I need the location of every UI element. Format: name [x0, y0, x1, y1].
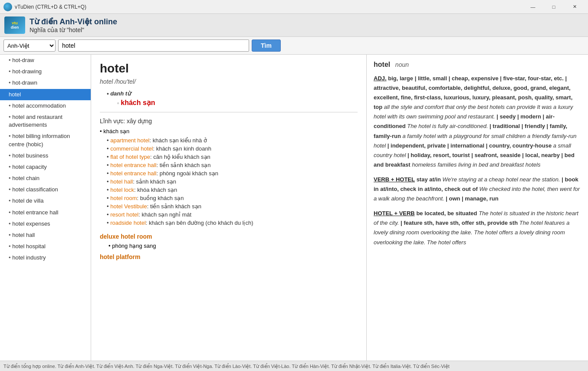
list-item: hotel room: buồng khách sạn	[100, 194, 358, 202]
list-item: hotel Vestibule: tiền sảnh khách sạn	[100, 202, 358, 210]
sidebar-item-hotel[interactable]: hotel	[0, 89, 91, 100]
app-title-sub: Nghĩa của từ "hotel"	[30, 26, 117, 33]
sidebar-item-hotdrawing[interactable]: • hot-drawing	[0, 66, 91, 77]
list-item: roadside hotel: khách sạn bên đường (cho…	[100, 219, 358, 227]
main-content: • hot-draw • hot-drawing • hot-drawn hot…	[0, 55, 588, 361]
sidebar-item-hotel-business[interactable]: • hotel business	[0, 150, 91, 161]
status-text: Từ điển tổng hợp online. Từ điển Anh-Việ…	[3, 364, 450, 369]
hotel-verb-section: HOTEL + VERB be located, be situated The…	[374, 209, 581, 247]
sidebar: • hot-draw • hot-drawing • hot-drawn hot…	[0, 55, 91, 361]
close-button[interactable]: ✕	[565, 0, 585, 14]
sidebar-item-hotel-entrance-hall[interactable]: • hotel entrance hall	[0, 207, 91, 218]
app-logo: vtu dien	[4, 16, 25, 34]
verb-section: VERB + HOTEL stay at/in We're staying at…	[374, 175, 581, 204]
word-phonetic: hotel /hou'tel/	[100, 78, 358, 85]
subsection-title: deluxe hotel room	[100, 233, 358, 240]
word-translation: khách sạn	[121, 99, 155, 106]
language-select[interactable]: Anh-Việt Việt-Anh Nga-Việt Việt-Nga	[3, 39, 56, 52]
titlebar-title: vTuDien (CTRL+D & CTRL+Q)	[15, 4, 523, 10]
khach-san-label: • khách sạn	[100, 128, 358, 135]
maximize-button[interactable]: □	[544, 0, 564, 14]
titlebar: vTuDien (CTRL+D & CTRL+Q) — □ ✕	[0, 0, 588, 14]
hotel-verb-label: HOTEL + VERB	[374, 210, 415, 217]
list-item: flat of hotel type: căn hộ kiểu khách sạ…	[100, 153, 358, 161]
minimize-button[interactable]: —	[523, 0, 543, 14]
subsection2: hotel platform	[100, 253, 358, 260]
app-icon	[3, 3, 12, 11]
right-header: hotel noun	[374, 61, 581, 69]
sidebar-item-hotel-de-villa[interactable]: • hotel de villa	[0, 195, 91, 207]
sidebar-item-hotel-chain[interactable]: • hotel chain	[0, 173, 91, 184]
list-item: hotel entrance hall: tiền sảnh khách sạn	[100, 161, 358, 169]
sidebar-item-hotdraw[interactable]: • hot-draw	[0, 55, 91, 66]
adj-label: ADJ.	[374, 75, 387, 82]
sidebar-item-hotel-expenses[interactable]: • hotel expenses	[0, 218, 91, 230]
sidebar-item-hotel-and-restaurant[interactable]: • hotel and restaurant advertisements	[0, 112, 91, 131]
sidebar-item-hotel-accommodation[interactable]: • hotel accommodation	[0, 100, 91, 112]
sidebar-item-hotel-industry[interactable]: • hotel industry	[0, 252, 91, 263]
adj-section: ADJ. big, large | little, small | cheap,…	[374, 74, 581, 170]
app-title-block: Từ điển Anh-Việt online Nghĩa của từ "ho…	[30, 17, 117, 33]
list-item: resort hotel: khách sạn nghỉ mát	[100, 210, 358, 219]
search-button[interactable]: Tìm	[252, 39, 281, 52]
subsection-item: • phòng hạng sang	[108, 243, 358, 249]
sidebar-item-hotel-billing[interactable]: • hotel billing information centre (hobi…	[0, 131, 91, 150]
main-word: hotel	[100, 62, 358, 76]
window-controls: — □ ✕	[523, 0, 585, 14]
list-item: hotel hall: sảnh khách sạn	[100, 177, 358, 186]
sidebar-item-hotdrawn[interactable]: • hot-drawn	[0, 77, 91, 89]
list-item: apartment hotel: khách sạn kiểu nhà ở	[100, 136, 358, 144]
part-of-speech: • danh từ	[107, 90, 131, 97]
list-item: hotel lock: khóa khách sạn	[100, 186, 358, 194]
sidebar-item-hotel-hall[interactable]: • hotel hall	[0, 230, 91, 241]
right-panel: hotel noun ADJ. big, large | little, sma…	[367, 55, 588, 361]
searchbar: Anh-Việt Việt-Anh Nga-Việt Việt-Nga Tìm	[0, 37, 588, 55]
sidebar-item-hotel-classification[interactable]: • hotel classification	[0, 184, 91, 195]
linh-vuc: Lĩnh vực: xây dựng	[100, 118, 358, 125]
middle-panel: hotel hotel /hou'tel/ • danh từ ◦ khách …	[91, 55, 367, 361]
list-item: hotel entrance hall: phòng ngoài khách s…	[100, 169, 358, 177]
app-title-main: Từ điển Anh-Việt online	[30, 17, 117, 26]
sidebar-item-hotel-capacity[interactable]: • hotel capacity	[0, 161, 91, 173]
list-item: commercial hotel: khách sạn kinh doanh	[100, 144, 358, 153]
search-input[interactable]	[58, 39, 249, 52]
right-pos: noun	[395, 61, 409, 68]
right-word: hotel	[374, 61, 390, 68]
terms-list: apartment hotel: khách sạn kiểu nhà ở co…	[100, 136, 358, 227]
statusbar: Từ điển tổng hợp online. Từ điển Anh-Việ…	[0, 361, 588, 371]
sidebar-item-hotel-hospital[interactable]: • hotel hospital	[0, 241, 91, 252]
app-header: vtu dien Từ điển Anh-Việt online Nghĩa c…	[0, 14, 588, 37]
verb-label: VERB + HOTEL	[374, 176, 415, 183]
